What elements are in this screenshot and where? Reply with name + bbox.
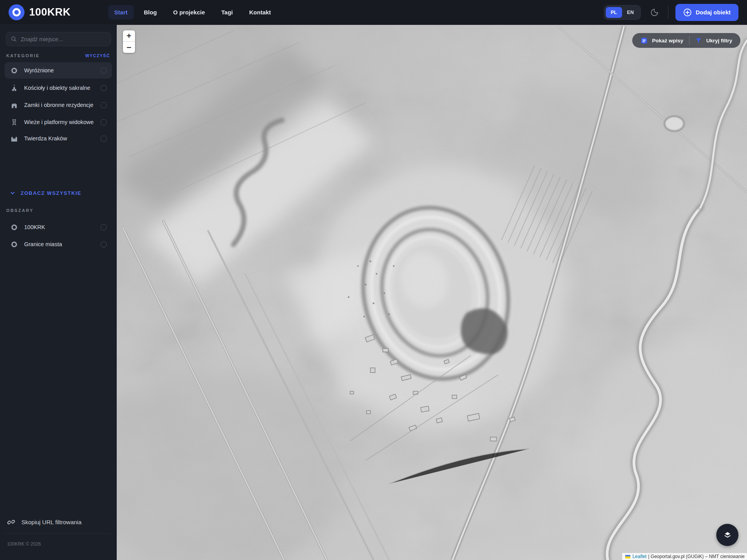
category-row-koscioly[interactable]: Kościoły i obiekty sakralne — [5, 80, 112, 96]
category-checkbox[interactable] — [101, 102, 107, 108]
attribution-text: | Geoportal.gov.pl (GUGiK) – NMT cieniow… — [648, 554, 745, 559]
area-row-granice[interactable]: Granice miasta — [5, 236, 112, 252]
category-label: Kościoły i obiekty sakralne — [24, 85, 95, 91]
main-nav: Start Blog O projekcie Tagi Kontakt — [108, 5, 277, 19]
areas-header: OBSZARY — [6, 208, 33, 213]
plus-circle-icon — [683, 8, 692, 17]
lang-pl-button[interactable]: PL — [606, 7, 622, 18]
place-search[interactable] — [6, 32, 111, 46]
category-row-wyroznione[interactable]: Wyróżnione — [5, 62, 112, 79]
area-row-100krk[interactable]: 100KRK — [5, 219, 112, 235]
leaflet-link[interactable]: Leaflet — [633, 554, 647, 559]
nav-item-start[interactable]: Start — [108, 5, 134, 19]
aperture-icon — [10, 223, 18, 231]
ukraine-flag-icon — [625, 555, 630, 558]
nav-item-tagi[interactable]: Tagi — [215, 5, 239, 19]
nav-item-o-projekcie[interactable]: O projekcie — [167, 5, 211, 19]
category-checkbox[interactable] — [101, 119, 107, 125]
nav-item-kontakt[interactable]: Kontakt — [243, 5, 277, 19]
category-row-wieze[interactable]: Wieże i platformy widokowe — [5, 114, 112, 130]
category-label: Zamki i obronne rezydencje — [24, 102, 95, 108]
category-label: Twierdza Kraków — [24, 135, 95, 142]
area-label: Granice miasta — [24, 241, 95, 247]
categories-header: KATEGORIE — [6, 53, 40, 58]
lidar-hillshade-map[interactable]: + − Pokaż wpisy Ukryj filtry — [117, 25, 747, 560]
copy-url-label: Skopiuj URL filtrowania — [21, 519, 82, 525]
brand-name: 100KRK — [29, 6, 71, 18]
category-label: Wyróżnione — [24, 67, 95, 74]
area-checkbox[interactable] — [101, 224, 107, 230]
fortress-icon — [10, 135, 18, 142]
castle-icon — [10, 101, 18, 109]
see-all-toggle[interactable]: ZOBACZ WSZYSTKIE — [10, 190, 81, 196]
category-row-twierdza[interactable]: Twierdza Kraków — [5, 130, 112, 147]
aperture-logo-icon — [9, 4, 25, 20]
clear-filters-link[interactable]: WYCZYŚĆ — [85, 53, 110, 58]
zoom-in-button[interactable]: + — [123, 30, 135, 42]
map-toolbar-pill: Pokaż wpisy Ukryj filtry — [632, 33, 740, 48]
add-object-button[interactable]: Dodaj obiekt — [675, 4, 738, 21]
category-checkbox[interactable] — [101, 136, 107, 142]
entries-list-icon — [640, 37, 648, 44]
layers-button[interactable] — [716, 524, 738, 546]
hide-filters-label: Ukryj filtry — [706, 38, 732, 44]
chevron-down-icon — [10, 191, 15, 196]
dark-mode-toggle[interactable] — [648, 6, 661, 19]
add-object-label: Dodaj obiekt — [696, 9, 731, 16]
hillshade-terrain — [117, 25, 747, 560]
search-icon — [11, 36, 17, 42]
topbar-actions: PL EN Dodaj obiekt — [604, 4, 738, 21]
hide-filters-button[interactable]: Ukryj filtry — [689, 33, 738, 48]
category-label: Wieże i platformy widokowe — [24, 119, 95, 125]
brand-logo[interactable]: 100KRK — [9, 4, 71, 20]
nav-item-blog[interactable]: Blog — [138, 5, 163, 19]
zoom-control: + − — [123, 30, 135, 53]
sidebar-divider — [6, 534, 111, 534]
aperture-icon — [10, 240, 18, 248]
filter-sidebar: KATEGORIE WYCZYŚĆ Wyróżnione — [0, 25, 117, 560]
see-all-label: ZOBACZ WSZYSTKIE — [21, 190, 81, 196]
area-label: 100KRK — [24, 224, 95, 230]
lang-en-button[interactable]: EN — [622, 7, 639, 18]
copyright-text: 100KRK © 2026 — [7, 541, 41, 547]
aperture-icon — [10, 66, 18, 74]
link-icon — [7, 518, 15, 526]
moon-icon — [650, 8, 659, 17]
app-root: 100KRK Start Blog O projekcie Tagi Konta… — [0, 0, 747, 560]
filter-funnel-icon — [695, 37, 702, 44]
category-checkbox[interactable] — [101, 85, 107, 91]
tower-icon — [10, 118, 18, 126]
area-checkbox[interactable] — [101, 242, 107, 247]
map-attribution: Leaflet | Geoportal.gov.pl (GUGiK) – NMT… — [622, 553, 747, 560]
copy-filter-url-button[interactable]: Skopiuj URL filtrowania — [7, 518, 110, 526]
top-bar: 100KRK Start Blog O projekcie Tagi Konta… — [0, 0, 747, 25]
category-row-zamki[interactable]: Zamki i obronne rezydencje — [5, 97, 112, 113]
zoom-out-button[interactable]: − — [123, 42, 135, 53]
layers-icon — [722, 530, 733, 540]
search-input[interactable] — [21, 36, 106, 42]
topbar-divider — [668, 6, 668, 19]
church-icon — [10, 84, 18, 92]
show-entries-button[interactable]: Pokaż wpisy — [635, 33, 689, 48]
show-entries-label: Pokaż wpisy — [652, 38, 683, 44]
language-toggle: PL EN — [604, 5, 641, 20]
category-checkbox[interactable] — [101, 68, 107, 74]
